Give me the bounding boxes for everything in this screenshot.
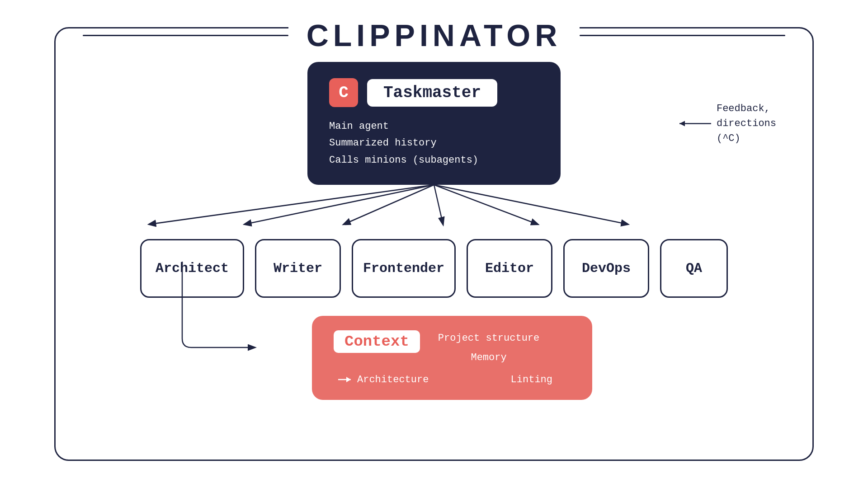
- svg-marker-11: [346, 377, 351, 382]
- title-row: CLIPPINATOR: [83, 18, 785, 53]
- svg-line-7: [434, 185, 538, 224]
- subagent-devops: DevOps: [563, 239, 649, 298]
- taskmaster-line-2: Summarized history: [329, 135, 539, 151]
- context-right-items: Project structure Memory: [438, 330, 539, 366]
- taskmaster-label: Taskmaster: [367, 79, 497, 107]
- taskmaster-header: C Taskmaster: [329, 78, 539, 107]
- svg-line-8: [434, 185, 627, 224]
- subagent-editor: Editor: [467, 239, 552, 298]
- context-bottom-row: Architecture Linting: [334, 374, 571, 385]
- taskmaster-line-3: Calls minions (subagents): [329, 152, 539, 169]
- arrows-svg: [83, 185, 785, 239]
- feedback-arrow-icon: [675, 118, 711, 129]
- architect-curve-arrow: [146, 262, 318, 361]
- taskmaster-box: C Taskmaster Main agent Summarized histo…: [307, 62, 561, 185]
- svg-marker-1: [679, 121, 685, 126]
- c-badge: C: [329, 78, 358, 107]
- svg-line-4: [245, 185, 434, 224]
- architecture-arrow: Architecture: [338, 374, 429, 385]
- feedback-text: Feedback, directions (^C): [717, 101, 776, 146]
- bottom-section: Context Project structure Memory Archite…: [83, 316, 785, 399]
- main-content: C Taskmaster Main agent Summarized histo…: [83, 62, 785, 441]
- subagent-qa: QA: [660, 239, 728, 298]
- context-badge: Context: [334, 330, 420, 353]
- svg-line-3: [149, 185, 434, 224]
- feedback-label: Feedback, directions (^C): [675, 101, 776, 146]
- taskmaster-wrapper: C Taskmaster Main agent Summarized histo…: [83, 62, 785, 185]
- taskmaster-description: Main agent Summarized history Calls mini…: [329, 118, 539, 169]
- title-line-right: [580, 35, 785, 36]
- app-title: CLIPPINATOR: [288, 18, 580, 53]
- subagent-frontender: Frontender: [352, 239, 456, 298]
- svg-line-6: [434, 185, 443, 224]
- context-box: Context Project structure Memory Archite…: [312, 316, 592, 399]
- taskmaster-line-1: Main agent: [329, 118, 539, 135]
- linting-text: Linting: [511, 374, 552, 385]
- title-line-left: [83, 35, 288, 36]
- outer-frame: CLIPPINATOR C Taskmaster Main agent Summ…: [54, 27, 814, 461]
